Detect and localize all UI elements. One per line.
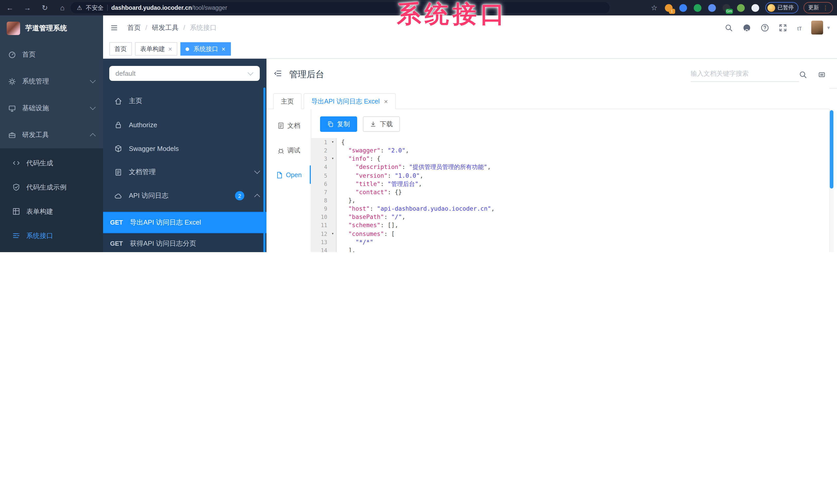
app-tab[interactable]: 首页 [109, 42, 132, 56]
breadcrumb-item[interactable]: 研发工具 [152, 23, 179, 32]
reload-icon[interactable]: ↻ [40, 4, 50, 12]
panel-nav-item[interactable]: Swagger Models [103, 136, 266, 160]
side-tab-文档[interactable]: 文档 [266, 113, 311, 138]
sidebar-subitem[interactable]: 代码生成示例 [0, 175, 103, 199]
fontsize-icon[interactable]: tT [797, 23, 805, 32]
check-extension-icon[interactable] [693, 4, 701, 12]
hamburger-icon[interactable] [110, 24, 118, 31]
side-tab-Open[interactable]: Open [266, 163, 311, 187]
editor-line: 2 "swagger": "2.0", [311, 146, 829, 154]
panel-nav-item[interactable]: 主页 [103, 89, 266, 113]
drop-extension-icon[interactable] [679, 4, 687, 12]
token: : [388, 172, 395, 179]
sidebar-subitem[interactable]: 数据库文档 [0, 248, 103, 252]
app-tab[interactable]: 系统接口✕ [181, 42, 231, 56]
copy-label: 复制 [337, 120, 350, 129]
json-editor[interactable]: 1▾{2 "swagger": "2.0",3▾ "info": {4 "des… [311, 138, 829, 252]
panel-nav-item[interactable]: Authorize [103, 113, 266, 136]
app-tab[interactable]: 表单构建✕ [135, 42, 178, 56]
dashboard-icon [8, 51, 16, 58]
copy-button[interactable]: 复制 [320, 116, 357, 132]
bug-icon [277, 147, 284, 154]
sidebar-subitem-label: 系统接口 [26, 231, 53, 240]
fold-toggle-icon[interactable]: ▾ [330, 155, 337, 163]
flower-extension-icon[interactable] [751, 4, 759, 12]
fullscreen-icon[interactable] [779, 23, 787, 32]
fold-toggle-icon[interactable]: ▾ [330, 138, 337, 146]
token: : [370, 205, 377, 212]
doc-tab[interactable]: 导出API 访问日志 Excel✕ [304, 93, 396, 109]
app-tab-label: 表单构建 [140, 44, 165, 53]
breadcrumb-item[interactable]: 首页 [127, 23, 141, 32]
collapse-panel-icon[interactable] [274, 70, 282, 77]
sidebar-subitem[interactable]: 系统接口 [0, 224, 103, 248]
search-icon[interactable] [725, 23, 733, 32]
token: "schemes" [349, 222, 380, 229]
gm-extension-icon[interactable]: Gm [722, 4, 730, 12]
code-text: "*/*" [337, 238, 829, 246]
line-number: 7 [311, 188, 330, 196]
browser-home-icon[interactable]: ⌂ [58, 4, 67, 12]
line-number: 14 [311, 246, 330, 252]
download-button[interactable]: 下载 [363, 116, 400, 132]
main-scrollbar-thumb[interactable] [830, 110, 833, 188]
code-text: "schemes": [], [337, 221, 829, 229]
group-select[interactable]: default [109, 66, 260, 81]
question-icon[interactable] [761, 23, 769, 32]
forward-icon[interactable]: → [23, 4, 32, 12]
update-button[interactable]: 更新 ⋮ [803, 2, 833, 13]
fold-toggle-icon [330, 180, 337, 188]
sidebar-subitem[interactable]: 代码生成 [0, 151, 103, 175]
group-select-value: default [115, 70, 136, 77]
swagger-icon [12, 232, 20, 240]
token: }, [349, 197, 356, 204]
chevron-up-icon [90, 133, 96, 139]
back-icon[interactable]: ← [5, 4, 14, 12]
sidebar-item-1[interactable]: 首页 [0, 41, 103, 68]
token: "title" [355, 180, 380, 187]
close-icon[interactable]: ✕ [168, 46, 173, 52]
editor-line: 9 "host": "api-dashboard.yudao.iocoder.c… [311, 204, 829, 213]
panel-nav-item[interactable]: 文档管理 [103, 160, 266, 184]
form-grid-icon [12, 208, 20, 215]
sidebar-item-2[interactable]: 系统管理 [0, 68, 103, 95]
puzzle-extension-icon[interactable] [708, 4, 716, 12]
close-icon[interactable]: ✕ [384, 99, 388, 104]
panel-scrollbar[interactable] [263, 88, 265, 252]
editor-line: 12▾ "consumes": [ [311, 229, 829, 238]
code-text: "title": "管理后台", [337, 180, 829, 188]
leaf-extension-icon[interactable] [737, 4, 745, 12]
panel-nav-item[interactable]: API 访问日志2 [103, 184, 266, 208]
doc-tab-label: 导出API 访问日志 Excel [311, 97, 379, 106]
app-tab-label: 系统接口 [194, 44, 218, 53]
token: "basePath" [349, 213, 384, 221]
github-icon[interactable] [743, 23, 751, 32]
fold-toggle-icon [330, 171, 337, 180]
chevron-down-icon [254, 168, 260, 174]
url-domain: dashboard.yudao.iocoder.cn [111, 5, 192, 11]
close-icon[interactable]: ✕ [221, 46, 226, 52]
bookmark-star-icon[interactable]: ☆ [651, 4, 657, 12]
operation-item[interactable]: GET导出API 访问日志 Excel [103, 212, 266, 233]
profile-paused-button[interactable]: 已暂停 [765, 2, 798, 13]
operation-item[interactable]: GET获得API 访问日志分页 [103, 233, 266, 252]
bookmark-extension-icon[interactable]: 1 [664, 4, 672, 12]
doc-tab[interactable]: 主页 [273, 93, 302, 109]
sidebar-item-4[interactable]: 研发工具 [0, 122, 103, 148]
editor-line: 11 "schemes": [], [311, 221, 829, 229]
code-text: { [337, 138, 829, 146]
address-bar[interactable]: ⚠ 不安全 dashboard.yudao.iocoder.cn/tool/sw… [71, 2, 610, 13]
fold-toggle-icon[interactable]: ▾ [330, 229, 337, 238]
caret-down-icon[interactable]: ▼ [826, 25, 831, 30]
operation-label: 获得API 访问日志分页 [130, 239, 196, 248]
sidebar-item-3[interactable]: 基础设施 [0, 95, 103, 122]
user-avatar[interactable] [811, 21, 823, 35]
sidebar-subitem-label: 代码生成示例 [26, 183, 67, 192]
panel-toggle-icon[interactable] [818, 71, 826, 78]
browser-menu-icon[interactable]: ⋮ [823, 4, 828, 11]
sidebar-subitem[interactable]: 表单构建 [0, 199, 103, 224]
line-number: 13 [311, 238, 330, 246]
search-icon[interactable] [799, 71, 807, 79]
doc-search-input[interactable]: 输入文档关键字搜索 [691, 66, 799, 82]
side-tab-调试[interactable]: 调试 [266, 138, 311, 163]
